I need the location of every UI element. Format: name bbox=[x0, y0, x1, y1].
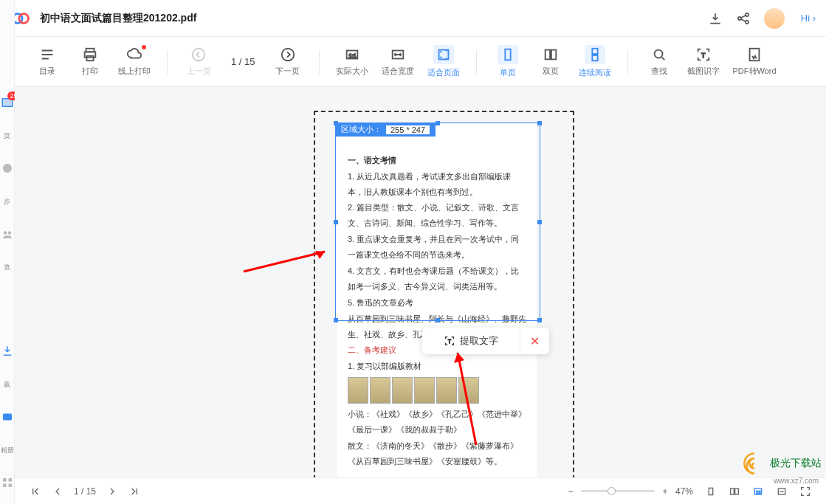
separator bbox=[167, 50, 168, 74]
catalog-button[interactable]: 目录 bbox=[32, 46, 62, 77]
selection-size-badge: 区域大小： 255 * 247 bbox=[335, 122, 436, 137]
file-title: 初中语文面试篇目整理201202.pdf bbox=[40, 12, 708, 25]
separator bbox=[319, 50, 320, 74]
toolbar-label: 截图识字 bbox=[687, 66, 720, 77]
svg-line-31 bbox=[244, 252, 325, 272]
resize-handle[interactable] bbox=[537, 121, 542, 125]
svg-rect-24 bbox=[551, 50, 555, 60]
rail-download-icon[interactable] bbox=[1, 345, 14, 358]
prev-icon[interactable] bbox=[52, 486, 63, 497]
watermark-text: 极光下载站 bbox=[770, 457, 822, 470]
fullscreen-icon[interactable] bbox=[799, 486, 811, 497]
resize-handle[interactable] bbox=[537, 318, 542, 322]
print-button[interactable]: 打印 bbox=[75, 46, 105, 77]
extract-text-button[interactable]: T 提取文字 bbox=[422, 334, 520, 348]
resize-handle[interactable] bbox=[334, 318, 338, 322]
svg-point-16 bbox=[193, 49, 205, 61]
single-page-button[interactable]: 单页 bbox=[493, 45, 523, 78]
rail-label: 相册 bbox=[1, 446, 14, 455]
toolbar: 目录 打印 线上打印 上一页 1 / 15 下一页 1:1 实际大小 适合宽度 … bbox=[0, 37, 826, 87]
online-print-button[interactable]: 线上打印 bbox=[118, 46, 151, 77]
slider-knob[interactable] bbox=[608, 487, 616, 495]
view-double-icon[interactable] bbox=[729, 486, 740, 497]
zoom-slider[interactable] bbox=[581, 490, 655, 492]
svg-text:T: T bbox=[448, 339, 451, 344]
fit-page-button[interactable]: 适合页面 bbox=[427, 45, 460, 78]
view-fit-icon[interactable]: 1:1 bbox=[752, 486, 764, 497]
rail-sync-icon[interactable] bbox=[1, 162, 14, 175]
next-icon[interactable] bbox=[106, 486, 118, 497]
watermark-logo-icon bbox=[742, 451, 767, 476]
last-page-icon[interactable] bbox=[128, 486, 140, 497]
svg-point-2 bbox=[7, 231, 11, 235]
avatar[interactable] bbox=[764, 8, 785, 29]
svg-point-9 bbox=[19, 13, 29, 23]
selection-rectangle[interactable]: 区域大小： 255 * 247 bbox=[335, 122, 540, 321]
view-single-icon[interactable] bbox=[705, 486, 717, 497]
toolbar-label: 适合宽度 bbox=[382, 66, 414, 77]
doc-line: 1. 复习以部编版教材 bbox=[348, 359, 526, 374]
svg-rect-4 bbox=[3, 478, 7, 482]
next-page-button[interactable]: 下一页 bbox=[273, 46, 303, 77]
rail-group-icon[interactable] bbox=[1, 227, 14, 241]
download-icon[interactable] bbox=[708, 11, 723, 26]
toolbar-label: 连续阅读 bbox=[579, 67, 611, 78]
rail-home-icon[interactable]: 25 bbox=[1, 96, 14, 109]
toolbar-label: 下一页 bbox=[275, 66, 300, 77]
rail-apps-icon[interactable] bbox=[1, 476, 14, 489]
zoom-out-icon[interactable]: − bbox=[565, 486, 577, 497]
page-counter[interactable]: 1 / 15 bbox=[231, 56, 255, 67]
page-indicator[interactable]: 1 / 15 bbox=[74, 486, 96, 497]
toolbar-label: 双页 bbox=[543, 66, 559, 77]
pdf-to-word-button[interactable]: PDF转Word bbox=[733, 46, 777, 77]
close-button[interactable]: ✕ bbox=[520, 328, 549, 354]
toolbar-label: 实际大小 bbox=[336, 66, 368, 77]
toolbar-label: 目录 bbox=[39, 66, 55, 77]
bottom-bar: 1 / 15 − + 47% 1:1 bbox=[15, 477, 826, 504]
toolbar-label: 查找 bbox=[651, 66, 667, 77]
toolbar-label: 单页 bbox=[500, 67, 516, 78]
separator bbox=[627, 50, 628, 74]
continuous-button[interactable]: 连续阅读 bbox=[579, 45, 611, 78]
view-width-icon[interactable] bbox=[776, 486, 788, 497]
svg-text:1:1: 1:1 bbox=[756, 490, 761, 494]
svg-rect-6 bbox=[3, 484, 7, 488]
resize-handle[interactable] bbox=[436, 121, 440, 125]
svg-text:T: T bbox=[701, 52, 705, 59]
header: 初中语文面试篇目整理201202.pdf Hi › bbox=[0, 0, 826, 37]
svg-point-27 bbox=[654, 50, 662, 58]
svg-point-17 bbox=[281, 49, 294, 61]
svg-rect-7 bbox=[8, 484, 12, 488]
rail-label: 览 bbox=[4, 263, 10, 272]
svg-rect-29 bbox=[750, 49, 760, 61]
zoom-in-icon[interactable]: + bbox=[659, 486, 671, 497]
toolbar-label: 上一页 bbox=[187, 66, 211, 77]
actual-size-button[interactable]: 1:1 实际大小 bbox=[336, 46, 368, 77]
share-icon[interactable] bbox=[736, 11, 751, 26]
resize-handle[interactable] bbox=[334, 220, 338, 224]
hi-label[interactable]: Hi › bbox=[801, 13, 816, 24]
ocr-popup: T 提取文字 ✕ bbox=[422, 328, 549, 354]
ocr-icon: T bbox=[444, 335, 455, 347]
resize-handle[interactable] bbox=[537, 220, 542, 224]
first-page-icon[interactable] bbox=[30, 486, 41, 497]
ocr-crop-button[interactable]: T 截图识字 bbox=[687, 46, 720, 77]
svg-point-0 bbox=[3, 164, 12, 173]
document-viewer: 初中语文面试考情与备考建议 一、语文考情 1. 从近几次真题看，考试课文多出自部… bbox=[15, 87, 826, 477]
watermark-url: www.xz7.com bbox=[774, 477, 819, 485]
fit-width-button[interactable]: 适合宽度 bbox=[382, 46, 414, 77]
extract-label: 提取文字 bbox=[460, 334, 498, 348]
search-button[interactable]: 查找 bbox=[644, 46, 674, 77]
double-page-button[interactable]: 双页 bbox=[536, 46, 565, 77]
book-thumbnails bbox=[348, 377, 526, 404]
svg-point-1 bbox=[3, 231, 7, 235]
rail-album-icon[interactable] bbox=[1, 410, 14, 424]
toolbar-label: 线上打印 bbox=[118, 66, 151, 77]
resize-handle[interactable] bbox=[334, 121, 338, 125]
left-rail: 25 页 步 览 载 相册 bbox=[0, 0, 15, 504]
toolbar-label: PDF转Word bbox=[733, 66, 777, 77]
svg-rect-25 bbox=[592, 49, 597, 54]
resize-handle[interactable] bbox=[436, 318, 440, 322]
selection-value: 255 * 247 bbox=[386, 125, 430, 134]
svg-text:1:1: 1:1 bbox=[348, 52, 356, 59]
